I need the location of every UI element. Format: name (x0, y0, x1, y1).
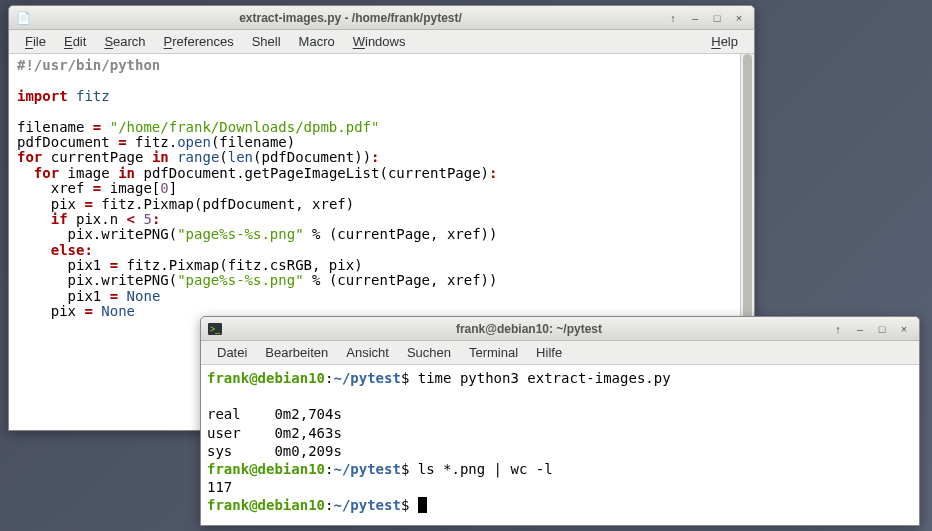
menu-shell[interactable]: Shell (244, 32, 289, 51)
up-button[interactable]: ↑ (664, 10, 682, 26)
prompt-user: frank@debian10 (207, 461, 325, 477)
menu-ansicht[interactable]: Ansicht (338, 343, 397, 362)
mod-fitz: fitz (68, 88, 110, 104)
kw-none: None (127, 288, 161, 304)
op-eq: = (84, 196, 92, 212)
code-text: pix (17, 303, 84, 319)
code-text: % (currentPage, xref)) (304, 226, 498, 242)
prompt-path: ~/pytest (333, 461, 400, 477)
prompt-path: ~/pytest (333, 370, 400, 386)
menu-file[interactable]: File (17, 32, 54, 51)
editor-title: extract-images.py - /home/frank/pytest/ (37, 11, 664, 25)
code-text: image[ (101, 180, 160, 196)
kw-in: in (118, 165, 135, 181)
colon: : (152, 211, 160, 227)
scrollbar-thumb[interactable] (743, 54, 752, 355)
kw-none: None (101, 303, 135, 319)
menu-hilfe[interactable]: Hilfe (528, 343, 570, 362)
editor-window-controls: ↑ – □ × (664, 10, 748, 26)
code-text: image (59, 165, 118, 181)
code-text: pix1 (17, 257, 110, 273)
menu-datei[interactable]: Datei (209, 343, 255, 362)
str-filename: "/home/frank/Downloads/dpmb.pdf" (101, 119, 379, 135)
kw-for: for (17, 149, 42, 165)
prompt-path: ~/pytest (333, 497, 400, 513)
maximize-button[interactable]: □ (708, 10, 726, 26)
kw-else: else (51, 242, 85, 258)
colon: : (371, 149, 379, 165)
prompt-end: $ (401, 497, 409, 513)
code-text: filename (17, 119, 93, 135)
code-text: (filename) (211, 134, 295, 150)
out-user: user 0m2,463s (207, 425, 342, 441)
code-text: pdfDocument.getPageImageList(currentPage… (135, 165, 489, 181)
out-sys: sys 0m0,209s (207, 443, 342, 459)
code-text: fitz.Pixmap(fitz.csRGB, pix) (118, 257, 362, 273)
minimize-button[interactable]: – (851, 321, 869, 337)
menu-suchen[interactable]: Suchen (399, 343, 459, 362)
menu-preferences[interactable]: Preferences (156, 32, 242, 51)
code-text (118, 288, 126, 304)
editor-titlebar[interactable]: 📄 extract-images.py - /home/frank/pytest… (9, 6, 754, 30)
op-eq: = (110, 257, 118, 273)
menu-help[interactable]: Help (703, 32, 746, 51)
menu-bearbeiten[interactable]: Bearbeiten (257, 343, 336, 362)
code-text: currentPage (42, 149, 152, 165)
code-text: pdfDocument (17, 134, 118, 150)
code-text: pix (17, 196, 84, 212)
code-text: pix.writePNG( (17, 226, 177, 242)
code-text: pix.writePNG( (17, 272, 177, 288)
fn-len: len (228, 149, 253, 165)
out-real: real 0m2,704s (207, 406, 342, 422)
colon: : (489, 165, 497, 181)
kw-if: if (51, 211, 68, 227)
op-eq: = (110, 288, 118, 304)
terminal-content[interactable]: frank@debian10:~/pytest$ time python3 ex… (201, 365, 919, 525)
code-text: % (currentPage, xref)) (304, 272, 498, 288)
str-png: "page%s-%s.png" (177, 226, 303, 242)
cmd-time-python: time python3 extract-images.py (409, 370, 670, 386)
kw-import: import (17, 88, 68, 104)
op-eq: = (84, 303, 92, 319)
maximize-button[interactable]: □ (873, 321, 891, 337)
code-text: fitz.Pixmap(pdfDocument, xref) (93, 196, 354, 212)
prompt-user: frank@debian10 (207, 370, 325, 386)
str-png: "page%s-%s.png" (177, 272, 303, 288)
menu-windows[interactable]: Windows (345, 32, 414, 51)
terminal-titlebar[interactable]: >_ frank@debian10: ~/pytest ↑ – □ × (201, 317, 919, 341)
code-text: pix.n (68, 211, 127, 227)
op-eq: = (118, 134, 126, 150)
up-button[interactable]: ↑ (829, 321, 847, 337)
op-lt: < (127, 211, 135, 227)
cmd-ls-wc: ls *.png | wc -l (409, 461, 552, 477)
code-text: ] (169, 180, 177, 196)
cursor (418, 497, 427, 513)
code-shebang: #!/usr/bin/python (17, 57, 160, 73)
terminal-app-icon: >_ (207, 321, 223, 337)
code-text: (pdfDocument)) (253, 149, 371, 165)
prompt-user: frank@debian10 (207, 497, 325, 513)
editor-menubar: File Edit Search Preferences Shell Macro… (9, 30, 754, 54)
kw-for: for (34, 165, 59, 181)
terminal-menubar: Datei Bearbeiten Ansicht Suchen Terminal… (201, 341, 919, 365)
menu-edit[interactable]: Edit (56, 32, 94, 51)
minimize-button[interactable]: – (686, 10, 704, 26)
menu-macro[interactable]: Macro (291, 32, 343, 51)
code-text: xref (17, 180, 93, 196)
menu-search[interactable]: Search (96, 32, 153, 51)
colon: : (84, 242, 92, 258)
close-button[interactable]: × (730, 10, 748, 26)
kw-in: in (152, 149, 169, 165)
fn-range: range (177, 149, 219, 165)
code-text: ( (219, 149, 227, 165)
terminal-window: >_ frank@debian10: ~/pytest ↑ – □ × Date… (200, 316, 920, 526)
terminal-window-controls: ↑ – □ × (829, 321, 913, 337)
code-text (169, 149, 177, 165)
close-button[interactable]: × (895, 321, 913, 337)
menu-terminal[interactable]: Terminal (461, 343, 526, 362)
editor-app-icon: 📄 (15, 10, 31, 26)
svg-text:>_: >_ (210, 324, 221, 334)
terminal-title: frank@debian10: ~/pytest (229, 322, 829, 336)
num-zero: 0 (160, 180, 168, 196)
fn-open: open (177, 134, 211, 150)
